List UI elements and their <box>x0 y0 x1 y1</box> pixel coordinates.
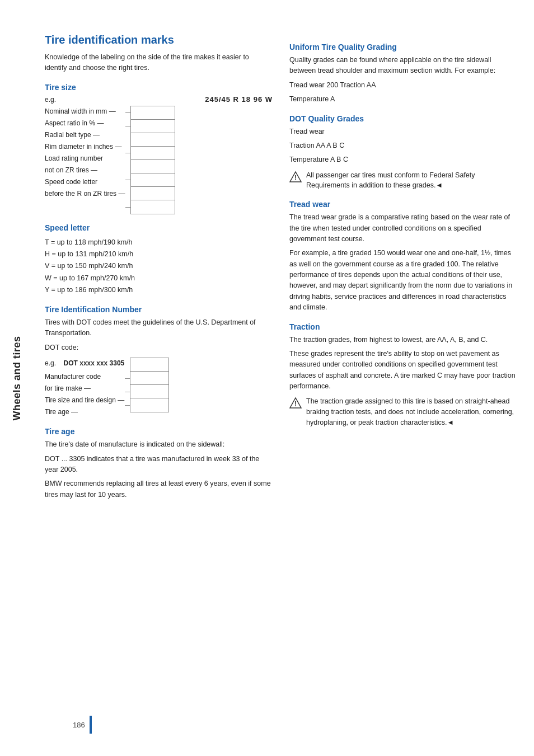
uniform-example-1: Tread wear 200 Traction AA <box>289 80 517 91</box>
dot-eg-label: e.g. <box>45 358 56 369</box>
label-aspect-ratio: Aspect ratio in % — <box>45 118 125 129</box>
traction-title: Traction <box>289 322 517 331</box>
dot-bracket-row-1 <box>130 358 168 372</box>
dot-label-make: for tire make — <box>45 383 124 395</box>
dot-bracket-row-4 <box>130 398 168 412</box>
tire-size-title: Tire size <box>45 83 273 92</box>
page-number-area: 186 <box>73 716 92 734</box>
dot-eg-value: DOT xxxx xxx 3305 <box>64 358 125 369</box>
svg-text:!: ! <box>294 400 297 408</box>
dot-label-age: Tire age — <box>45 406 124 418</box>
traction-warning-box: ! The traction grade assigned to this ti… <box>289 396 517 428</box>
dot-diagram: e.g. DOT xxxx xxx 3305 Manufacturer code… <box>45 358 273 418</box>
traction-p1: The traction grades, from highest to low… <box>289 335 517 345</box>
tire-eg-value: 245/45 R 18 96 W <box>205 95 273 104</box>
svg-text:!: ! <box>294 174 297 182</box>
label-nominal-width: Nominal width in mm — <box>45 106 125 118</box>
dot-warning-box: ! All passenger car tires must conform t… <box>289 170 517 191</box>
dot-quality-tread: Tread wear <box>289 126 517 137</box>
tire-age-p1: The tire's date of manufacture is indica… <box>45 439 273 450</box>
dot-quality-title: DOT Quality Grades <box>289 114 517 123</box>
speed-item-v: V = up to 150 mph/240 km/h <box>45 260 273 272</box>
label-not-zr: not on ZR tires — <box>45 165 125 176</box>
bracket-row-2 <box>131 120 175 133</box>
bracket-row-3 <box>131 133 175 147</box>
speed-letter-list: T = up to 118 mph/190 km/h H = up to 131… <box>45 237 273 296</box>
dot-label-size: Tire size and tire design — <box>45 395 124 406</box>
warning-icon-dot: ! <box>289 171 302 183</box>
dot-eg-row: e.g. DOT xxxx xxx 3305 <box>45 358 124 369</box>
uniform-grading-desc: Quality grades can be found where applic… <box>289 55 517 77</box>
label-before-r: before the R on ZR tires — <box>45 188 125 200</box>
dot-bracket-row-2 <box>130 372 168 385</box>
warning-icon-traction: ! <box>289 397 302 409</box>
traction-p2: These grades represent the tire's abilit… <box>289 349 517 392</box>
tread-wear-title: Tread wear <box>289 200 517 209</box>
bracket-row-7 <box>131 187 175 200</box>
dot-warning-text: All passenger car tires must conform to … <box>306 170 517 191</box>
left-column: Tire identification marks Knowledge of t… <box>45 34 273 734</box>
main-content: Tire identification marks Knowledge of t… <box>34 0 534 756</box>
sidebar-label: Wheels and tires <box>11 336 23 420</box>
bracket-row-6 <box>131 173 175 187</box>
dot-quality-traction: Traction AA A B C <box>289 140 517 151</box>
tire-age-p3: BMW recommends replacing all tires at le… <box>45 478 273 500</box>
bracket-row-1 <box>131 106 175 120</box>
label-load-rating: Load rating number <box>45 153 125 165</box>
uniform-example-2: Temperature A <box>289 94 517 105</box>
speed-letter-title: Speed letter <box>45 223 273 232</box>
tread-wear-p1: The tread wear grade is a comparative ra… <box>289 212 517 245</box>
sidebar: Wheels and tires <box>0 0 34 756</box>
tire-size-labels: Nominal width in mm — Aspect ratio in % … <box>45 106 128 200</box>
tire-eg-label: e.g. <box>45 96 56 104</box>
label-speed-code: Speed code letter <box>45 176 125 188</box>
page-number: 186 <box>73 721 85 729</box>
page-title: Tire identification marks <box>45 34 273 46</box>
tin-title: Tire Identification Number <box>45 305 273 314</box>
bracket-row-5 <box>131 160 175 173</box>
uniform-grading-title: Uniform Tire Quality Grading <box>289 43 517 51</box>
label-radial-belt: Radial belt type — <box>45 129 125 141</box>
intro-text: Knowledge of the labeling on the side of… <box>45 52 273 74</box>
speed-item-h: H = up to 131 mph/210 km/h <box>45 248 273 260</box>
tin-description: Tires with DOT codes meet the guidelines… <box>45 317 273 339</box>
tire-age-p2: DOT ... 3305 indicates that a tire was m… <box>45 454 273 476</box>
tire-size-diagram: Nominal width in mm — Aspect ratio in % … <box>45 106 273 214</box>
dot-label-mfr: Manufacturer code <box>45 371 124 383</box>
bracket-row-4 <box>131 147 175 160</box>
tin-dot-label: DOT code: <box>45 342 273 353</box>
dot-quality-temp: Temperature A B C <box>289 154 517 165</box>
dot-labels: e.g. DOT xxxx xxx 3305 Manufacturer code… <box>45 358 128 418</box>
dot-bracket-row-3 <box>130 385 168 398</box>
traction-warning-text: The traction grade assigned to this tire… <box>306 396 517 428</box>
speed-item-t: T = up to 118 mph/190 km/h <box>45 237 273 248</box>
tire-age-title: Tire age <box>45 427 273 436</box>
dot-bracket <box>130 358 169 412</box>
right-column: Uniform Tire Quality Grading Quality gra… <box>289 34 517 734</box>
label-rim-diameter: Rim diameter in inches — <box>45 141 125 153</box>
speed-item-w: W = up to 167 mph/270 km/h <box>45 273 273 284</box>
speed-item-y: Y = up to 186 mph/300 km/h <box>45 284 273 296</box>
page-container: Wheels and tires Tire identification mar… <box>0 0 534 756</box>
bracket-row-8 <box>131 200 175 214</box>
tire-size-bracket <box>130 106 175 214</box>
tread-wear-p2: For example, a tire graded 150 would wea… <box>289 248 517 313</box>
page-bar <box>90 716 92 734</box>
tire-size-header: e.g. 245/45 R 18 96 W <box>45 95 273 104</box>
